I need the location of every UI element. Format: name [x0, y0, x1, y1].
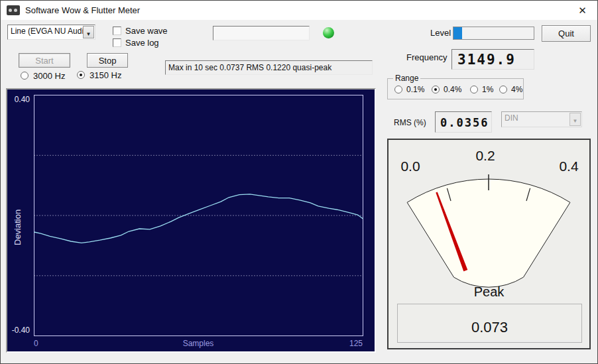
deviation-waveform — [34, 194, 363, 243]
frequency-value: 3149.9 — [451, 49, 534, 70]
x-axis-title: Samples — [165, 339, 231, 348]
y-axis-title: Deviation — [13, 210, 23, 245]
save-wave-label: Save wave — [125, 26, 168, 36]
radio-3150hz-label: 3150 Hz — [90, 70, 121, 80]
level-progress-fill — [453, 27, 462, 39]
rms-value: 0.0356 — [435, 111, 492, 133]
peak-value: 0.073 — [397, 304, 582, 343]
radio-range-0.4-label: 0.4% — [444, 85, 461, 94]
radio-range-4-label: 4% — [511, 85, 522, 94]
level-progressbar — [453, 27, 534, 40]
y-axis-max-label: 0.40 — [7, 95, 30, 104]
radio-3000hz-label: 3000 Hz — [33, 71, 65, 81]
save-log-checkbox[interactable] — [113, 38, 121, 47]
radio-3150hz[interactable] — [77, 71, 85, 79]
save-wave-checkbox[interactable] — [113, 27, 121, 35]
status-led-icon — [323, 27, 334, 38]
x-axis-max-label: 125 — [329, 339, 363, 348]
filename-input[interactable] — [213, 26, 310, 40]
gridlines — [34, 155, 363, 275]
radio-range-0.1-label: 0.1% — [406, 85, 424, 94]
meter-gauge — [389, 140, 589, 294]
peak-label: Peak — [389, 284, 589, 300]
level-label: Level — [430, 28, 451, 38]
analog-meter-panel: 0.0 0.2 0.4 Peak 0.073 — [387, 139, 591, 349]
radio-range-0.4[interactable] — [432, 86, 440, 93]
stop-button[interactable]: Stop — [87, 53, 128, 68]
frequency-label: Frequency — [406, 52, 447, 62]
radio-range-1-label: 1% — [482, 85, 493, 94]
close-icon[interactable]: ✕ — [568, 1, 597, 20]
radio-range-4[interactable] — [499, 86, 507, 93]
title-bar: Software Wow & Flutter Meter ✕ — [1, 1, 597, 20]
radio-range-0.1[interactable] — [394, 86, 402, 93]
x-axis-min-label: 0 — [34, 339, 38, 348]
chevron-down-icon: ▼ — [569, 113, 581, 126]
input-device-value: Line (EVGA NU Audio) — [11, 27, 91, 36]
save-log-label: Save log — [125, 38, 159, 48]
deviation-chart: 0.40 -0.40 Deviation 0 Samples 125 — [6, 88, 376, 353]
chart-canvas — [7, 90, 375, 351]
weighting-value: DIN — [505, 113, 518, 123]
range-legend: Range — [393, 74, 420, 83]
weighting-select: DIN ▼ — [501, 111, 582, 127]
y-axis-min-label: -0.40 — [7, 326, 30, 335]
radio-range-1[interactable] — [470, 86, 478, 93]
window-title: Software Wow & Flutter Meter — [25, 5, 140, 15]
app-window: Software Wow & Flutter Meter ✕ Line (EVG… — [0, 0, 598, 364]
gauge-dial — [407, 179, 570, 287]
radio-3000hz[interactable] — [21, 72, 29, 80]
status-readout: Max in 10 sec 0.0737 RMS 0.1220 quasi-pe… — [165, 60, 373, 75]
start-button[interactable]: Start — [19, 53, 70, 68]
rms-label: RMS (%) — [394, 118, 426, 127]
quit-button[interactable]: Quit — [542, 25, 591, 42]
status-text: Max in 10 sec 0.0737 RMS 0.1220 quasi-pe… — [168, 63, 331, 72]
app-icon — [7, 5, 20, 15]
range-group: Range 0.1% 0.4% 1% 4% — [387, 78, 524, 99]
input-device-select[interactable]: Line (EVGA NU Audio) ▼ — [7, 25, 95, 40]
chevron-down-icon[interactable]: ▼ — [83, 26, 94, 38]
